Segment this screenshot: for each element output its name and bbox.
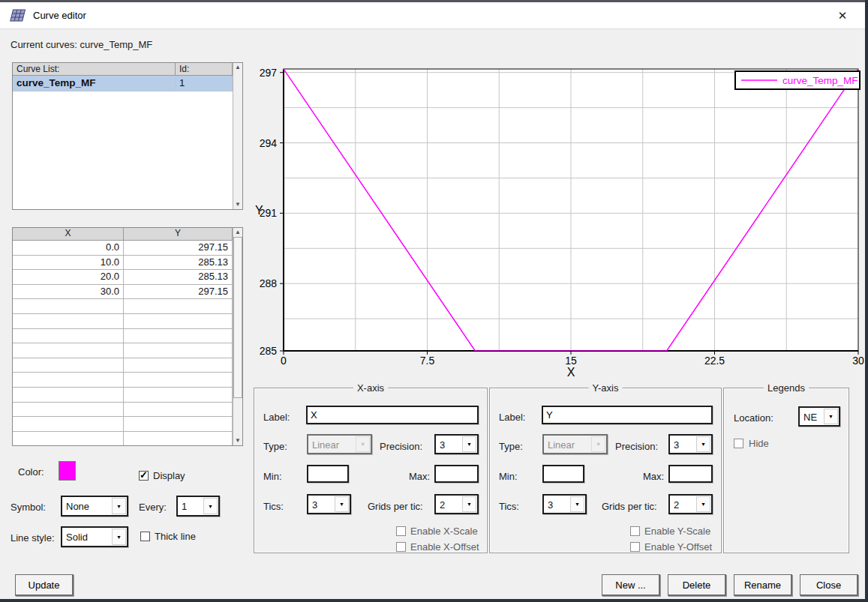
points-cell[interactable] (13, 358, 124, 373)
points-cell[interactable]: 0.0 (13, 241, 124, 256)
scroll-up-icon[interactable]: ▲ (233, 228, 242, 237)
scroll-down-icon[interactable]: ▼ (233, 200, 242, 209)
points-cell[interactable] (13, 373, 124, 388)
points-row[interactable]: 30.0297.15 (13, 285, 233, 300)
points-cell[interactable] (124, 388, 233, 403)
curve-list: Curve List: Id: curve_Temp_MF1 ▲ ▼ (12, 62, 243, 210)
new-button[interactable]: New ... (602, 574, 660, 596)
points-cell[interactable] (124, 314, 233, 329)
points-cell[interactable] (13, 417, 124, 432)
points-cell[interactable] (124, 432, 233, 445)
delete-button[interactable]: Delete (668, 574, 726, 596)
curve-name-cell[interactable]: curve_Temp_MF (13, 76, 176, 91)
x-min-input[interactable] (307, 465, 349, 483)
symbol-dropdown[interactable]: None ▼ (61, 496, 128, 517)
y-max-input[interactable] (668, 465, 713, 483)
points-cell[interactable] (124, 417, 233, 432)
points-row[interactable]: 10.0285.13 (13, 256, 233, 271)
scrollbar-thumb[interactable] (233, 237, 242, 398)
enable-x-scale-checkbox[interactable] (396, 526, 406, 536)
y-grids-dropdown[interactable]: 2 ▼ (668, 494, 713, 514)
curve-list-scrollbar[interactable]: ▲ ▼ (233, 63, 242, 209)
points-cell[interactable]: 30.0 (13, 285, 124, 300)
points-row[interactable] (13, 299, 233, 314)
x-max-label: Max: (409, 471, 430, 482)
points-row[interactable] (13, 373, 233, 388)
enable-x-offset-checkbox[interactable] (396, 542, 406, 552)
points-cell[interactable] (13, 314, 124, 329)
scroll-down-icon[interactable]: ▼ (233, 436, 242, 445)
points-row[interactable] (13, 358, 233, 373)
points-row[interactable]: 20.0285.13 (13, 270, 233, 285)
points-row[interactable] (13, 403, 233, 418)
chevron-down-icon[interactable]: ▼ (112, 498, 126, 514)
points-cell[interactable] (13, 432, 124, 445)
points-row[interactable] (13, 388, 233, 403)
points-row[interactable]: 0.0297.15 (13, 241, 233, 256)
chevron-down-icon[interactable]: ▼ (696, 496, 710, 512)
close-icon[interactable]: ✕ (832, 2, 853, 28)
curve-list-header: Curve List: Id: (13, 63, 233, 76)
enable-y-scale-checkbox[interactable] (630, 526, 640, 536)
points-cell[interactable]: 285.13 (124, 256, 233, 271)
chevron-down-icon[interactable]: ▼ (570, 496, 584, 512)
points-cell[interactable] (124, 358, 233, 373)
rename-button[interactable]: Rename (734, 574, 792, 596)
chevron-down-icon[interactable]: ▼ (335, 496, 349, 512)
x-max-input[interactable] (434, 465, 479, 483)
points-cell[interactable] (124, 343, 233, 358)
curve-id-cell[interactable]: 1 (176, 76, 233, 91)
chevron-down-icon[interactable]: ▼ (462, 436, 476, 452)
hide-checkbox[interactable] (734, 439, 743, 448)
points-row[interactable] (13, 314, 233, 329)
update-button[interactable]: Update (15, 574, 74, 596)
points-row[interactable] (13, 432, 233, 445)
y-axis-group: Y-axis Label: Type: Linear ˅ Precision: … (489, 388, 722, 553)
points-table-scrollbar[interactable]: ▲ ▼ (233, 228, 242, 445)
x-tics-dropdown[interactable]: 3 ▼ (307, 494, 351, 514)
points-cell[interactable] (13, 299, 124, 314)
close-button[interactable]: Close (800, 574, 858, 596)
scroll-up-icon[interactable]: ▲ (233, 63, 242, 72)
chevron-down-icon[interactable]: ▼ (203, 498, 218, 514)
enable-y-offset-checkbox[interactable] (630, 542, 640, 552)
chevron-down-icon[interactable]: ▼ (112, 529, 126, 545)
location-dropdown[interactable]: NE ▼ (798, 406, 840, 427)
points-cell[interactable] (13, 343, 124, 358)
points-cell[interactable]: 297.15 (124, 241, 233, 256)
points-cell[interactable] (124, 403, 233, 418)
title-bar[interactable]: Curve editor ✕ (0, 2, 865, 29)
chevron-down-icon[interactable]: ▼ (462, 496, 476, 512)
points-row[interactable] (13, 417, 233, 432)
points-cell[interactable]: 20.0 (13, 270, 124, 285)
points-row[interactable] (13, 343, 233, 358)
line-style-dropdown[interactable]: Solid ▼ (61, 526, 128, 547)
color-swatch[interactable] (59, 461, 76, 481)
chevron-down-icon[interactable]: ▼ (696, 436, 710, 452)
points-cell[interactable] (13, 388, 124, 403)
points-cell[interactable] (13, 329, 124, 344)
points-cell[interactable] (124, 373, 233, 388)
display-checkbox[interactable] (139, 471, 149, 481)
points-cell[interactable] (124, 329, 233, 344)
points-cell[interactable] (13, 403, 124, 418)
y-min-input[interactable] (542, 465, 584, 483)
thick-line-label: Thick line (155, 531, 196, 542)
every-dropdown[interactable]: 1 ▼ (176, 496, 220, 517)
x-precision-dropdown[interactable]: 3 ▼ (434, 434, 479, 454)
points-row[interactable] (13, 329, 233, 344)
y-label-input[interactable] (542, 406, 713, 424)
x-label-input[interactable] (306, 406, 479, 424)
points-cell[interactable]: 285.13 (124, 270, 233, 285)
thick-line-checkbox[interactable] (140, 532, 150, 541)
points-cell[interactable]: 10.0 (13, 256, 124, 271)
x-grids-dropdown[interactable]: 2 ▼ (434, 494, 479, 514)
chart-legend: curve_Temp_MF (735, 71, 860, 89)
points-cell[interactable] (124, 299, 233, 314)
y-tics-dropdown[interactable]: 3 ▼ (542, 494, 587, 514)
y-precision-dropdown[interactable]: 3 ▼ (668, 434, 713, 454)
chevron-down-icon[interactable]: ▼ (824, 409, 838, 424)
curve-list-row[interactable]: curve_Temp_MF1 (13, 76, 233, 91)
chevron-down-icon: ˅ (591, 436, 605, 452)
points-cell[interactable]: 297.15 (124, 285, 233, 300)
